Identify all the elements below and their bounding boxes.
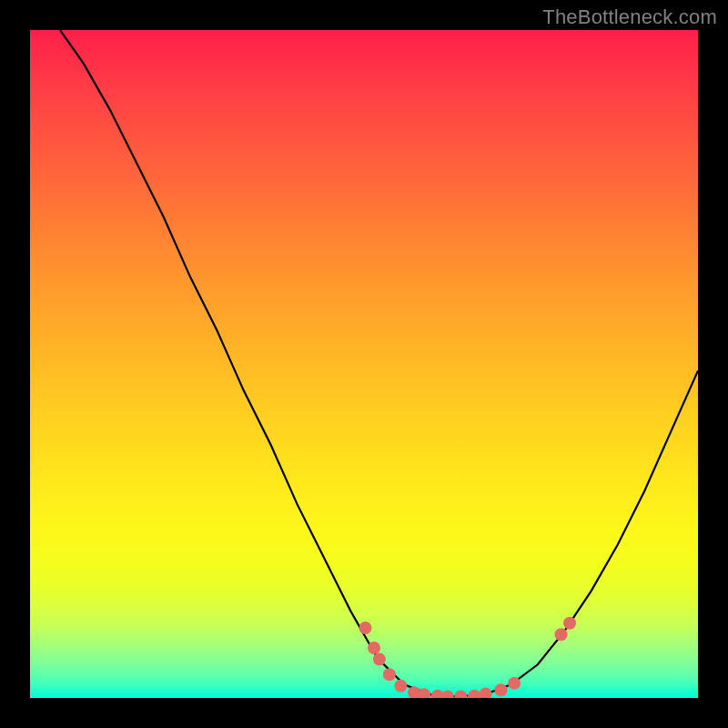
data-point [441,691,454,698]
data-point [394,680,407,693]
data-point [454,691,467,698]
chart-svg [30,30,698,698]
chart-plot-area [30,30,698,698]
data-point [373,652,386,665]
data-point [555,628,568,641]
data-point [494,683,507,696]
data-point [480,688,492,698]
data-point [468,690,480,698]
data-point [563,617,576,630]
bottleneck-curve [60,30,698,697]
data-point [383,668,396,681]
data-point [508,677,521,690]
data-point [359,622,371,634]
watermark-text: TheBottleneck.com [542,5,717,29]
data-point [368,642,380,654]
